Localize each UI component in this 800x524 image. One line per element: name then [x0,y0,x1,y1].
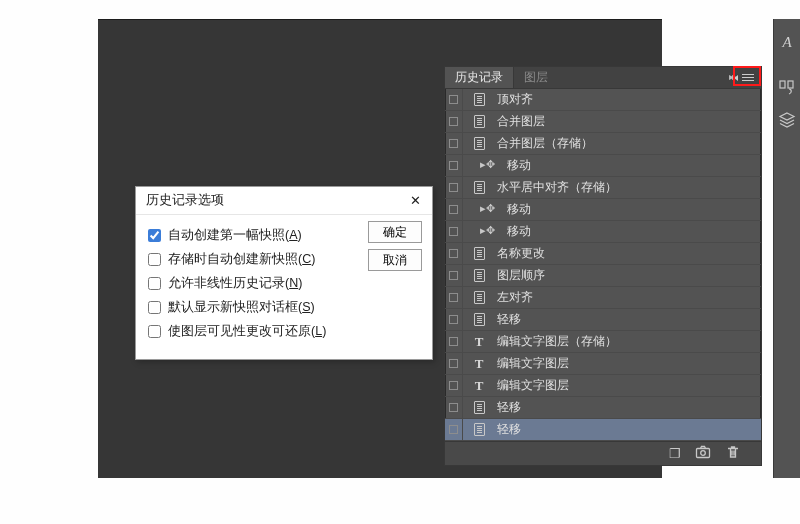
history-row-label: 编辑文字图层（存储） [497,333,617,350]
option-row[interactable]: 使图层可见性更改可还原(L) [148,319,420,343]
visibility-box[interactable] [445,111,463,133]
ok-button[interactable]: 确定 [368,221,422,243]
visibility-box[interactable] [445,221,463,243]
option-label: 默认显示新快照对话框(S) [168,299,315,316]
option-checkbox[interactable] [148,301,161,314]
visibility-box[interactable] [445,243,463,265]
history-row[interactable]: 轻移 [445,309,761,331]
history-row-label: 合并图层 [497,113,545,130]
close-icon[interactable]: ✕ [406,192,424,210]
history-row-label: 移动 [507,223,531,240]
visibility-box[interactable] [445,133,463,155]
option-row[interactable]: 允许非线性历史记录(N) [148,271,420,295]
dialog-title: 历史记录选项 [146,192,224,209]
delete-state-icon[interactable] [725,444,741,463]
history-row[interactable]: 名称更改 [445,243,761,265]
option-label: 存储时自动创建新快照(C) [168,251,315,268]
history-row[interactable]: 合并图层（存储） [445,133,761,155]
history-row[interactable]: 水平居中对齐（存储） [445,177,761,199]
panel-footer: ❐ [445,441,761,465]
option-label: 允许非线性历史记录(N) [168,275,302,292]
option-checkbox[interactable] [148,277,161,290]
history-row[interactable]: 顶对齐 [445,89,761,111]
svg-point-1 [701,451,706,456]
tab-history[interactable]: 历史记录 [445,67,514,88]
visibility-box[interactable] [445,265,463,287]
page-icon [467,181,491,194]
cancel-button[interactable]: 取消 [368,249,422,271]
paragraph-panel-icon[interactable] [776,77,798,99]
option-checkbox[interactable] [148,325,161,338]
visibility-box[interactable] [445,177,463,199]
history-row-label: 水平居中对齐（存储） [497,179,617,196]
history-row-label: 编辑文字图层 [497,377,569,394]
history-row-label: 轻移 [497,421,521,438]
option-checkbox[interactable] [148,229,161,242]
panel-tab-bar: 历史记录 图层 ▸▸ [445,67,761,89]
history-row[interactable]: T编辑文字图层（存储） [445,331,761,353]
visibility-box[interactable] [445,331,463,353]
page-icon [467,291,491,304]
history-row-label: 顶对齐 [497,91,533,108]
page-icon [467,313,491,326]
text-icon: T [467,334,491,350]
page-icon [467,115,491,128]
create-snapshot-icon[interactable] [695,444,711,463]
history-row[interactable]: 合并图层 [445,111,761,133]
option-checkbox[interactable] [148,253,161,266]
history-list: 顶对齐合并图层合并图层（存储）移动水平居中对齐（存储）移动移动名称更改图层顺序左… [445,89,761,441]
visibility-box[interactable] [445,353,463,375]
svg-rect-3 [788,81,793,88]
text-icon: T [467,378,491,394]
character-panel-icon[interactable]: A [776,31,798,53]
visibility-box[interactable] [445,309,463,331]
svg-rect-0 [697,449,710,458]
dialog-titlebar: 历史记录选项 ✕ [136,187,432,215]
history-row-label: 移动 [507,201,531,218]
history-row[interactable]: 轻移 [445,397,761,419]
history-row[interactable]: T编辑文字图层 [445,375,761,397]
history-row[interactable]: 移动 [445,155,761,177]
history-panel: 历史记录 图层 ▸▸ 顶对齐合并图层合并图层（存储）移动水平居中对齐（存储）移动… [444,66,762,466]
visibility-box[interactable] [445,155,463,177]
page-icon [467,93,491,106]
visibility-box[interactable] [445,199,463,221]
tab-layers[interactable]: 图层 [514,67,558,88]
right-toolbar: A [773,19,800,478]
history-row[interactable]: 移动 [445,221,761,243]
text-icon: T [467,356,491,372]
visibility-box[interactable] [445,287,463,309]
page-icon [467,401,491,414]
layers-panel-icon[interactable] [776,109,798,131]
page-icon [467,137,491,150]
visibility-box[interactable] [445,375,463,397]
history-row[interactable]: 左对齐 [445,287,761,309]
history-row[interactable]: 轻移 [445,419,761,441]
page-icon [467,269,491,282]
history-row-label: 轻移 [497,399,521,416]
history-row-label: 名称更改 [497,245,545,262]
svg-rect-2 [780,81,785,88]
option-label: 自动创建第一幅快照(A) [168,227,302,244]
history-row-label: 左对齐 [497,289,533,306]
panel-menu-icon[interactable] [739,70,757,84]
history-row-label: 轻移 [497,311,521,328]
page-icon [467,423,491,436]
move-icon [477,203,501,217]
history-row-label: 图层顺序 [497,267,545,284]
move-icon [477,159,501,173]
history-row[interactable]: 图层顺序 [445,265,761,287]
new-document-from-state-icon[interactable]: ❐ [669,446,681,461]
visibility-box[interactable] [445,89,463,111]
visibility-box[interactable] [445,397,463,419]
history-row-label: 移动 [507,157,531,174]
option-label: 使图层可见性更改可还原(L) [168,323,326,340]
history-row[interactable]: T编辑文字图层 [445,353,761,375]
option-row[interactable]: 默认显示新快照对话框(S) [148,295,420,319]
page-icon [467,247,491,260]
history-options-dialog: 历史记录选项 ✕ 自动创建第一幅快照(A)存储时自动创建新快照(C)允许非线性历… [135,186,433,360]
visibility-box[interactable] [445,419,463,441]
history-row[interactable]: 移动 [445,199,761,221]
move-icon [477,225,501,239]
history-row-label: 编辑文字图层 [497,355,569,372]
